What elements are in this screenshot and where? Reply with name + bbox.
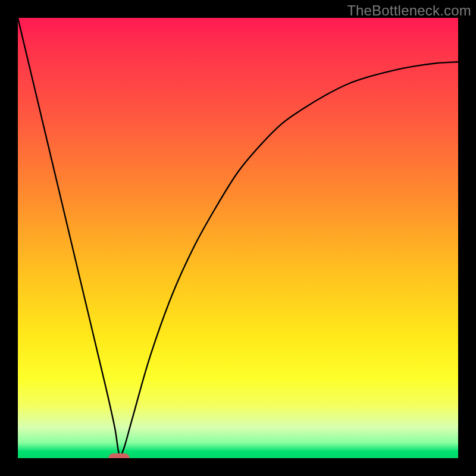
plot-area [18, 18, 458, 458]
optimal-marker [108, 453, 130, 458]
chart-canvas: TheBottleneck.com [0, 0, 476, 476]
bottleneck-curve [18, 18, 458, 456]
watermark-text: TheBottleneck.com [347, 2, 471, 19]
curve-svg [18, 18, 458, 458]
